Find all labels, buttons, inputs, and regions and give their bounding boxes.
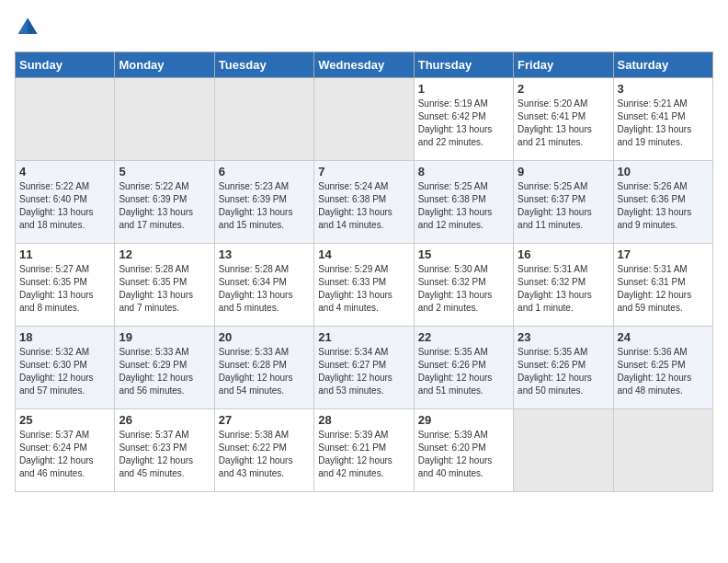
day-cell: 13Sunrise: 5:28 AMSunset: 6:34 PMDayligh… [214,244,313,327]
day-info: Sunrise: 5:38 AMSunset: 6:22 PMDaylight:… [219,429,310,480]
day-number: 26 [119,413,210,427]
day-cell: 10Sunrise: 5:26 AMSunset: 6:36 PMDayligh… [613,161,712,244]
day-number: 21 [318,330,409,344]
week-row-4: 25Sunrise: 5:37 AMSunset: 6:24 PMDayligh… [16,409,713,492]
week-row-3: 18Sunrise: 5:32 AMSunset: 6:30 PMDayligh… [16,327,713,409]
day-info: Sunrise: 5:28 AMSunset: 6:35 PMDaylight:… [119,263,210,315]
day-info: Sunrise: 5:25 AMSunset: 6:37 PMDaylight:… [518,180,609,232]
day-number: 25 [19,413,110,427]
day-cell: 24Sunrise: 5:36 AMSunset: 6:25 PMDayligh… [613,327,712,409]
day-number: 16 [518,247,609,261]
logo [15,15,44,40]
header-row: SundayMondayTuesdayWednesdayThursdayFrid… [16,52,713,78]
day-number: 4 [19,165,110,178]
day-info: Sunrise: 5:19 AMSunset: 6:42 PMDaylight:… [418,98,509,149]
day-info: Sunrise: 5:21 AMSunset: 6:41 PMDaylight:… [618,98,709,149]
day-info: Sunrise: 5:33 AMSunset: 6:29 PMDaylight:… [119,346,210,397]
day-info: Sunrise: 5:29 AMSunset: 6:33 PMDaylight:… [318,263,409,315]
day-number: 22 [418,330,509,344]
day-cell: 26Sunrise: 5:37 AMSunset: 6:23 PMDayligh… [115,409,214,492]
day-number: 20 [219,330,310,344]
day-cell: 15Sunrise: 5:30 AMSunset: 6:32 PMDayligh… [414,244,513,327]
day-cell: 25Sunrise: 5:37 AMSunset: 6:24 PMDayligh… [16,409,115,492]
day-cell: 19Sunrise: 5:33 AMSunset: 6:29 PMDayligh… [115,327,214,409]
day-info: Sunrise: 5:39 AMSunset: 6:21 PMDaylight:… [318,429,409,480]
day-info: Sunrise: 5:33 AMSunset: 6:28 PMDaylight:… [219,346,310,397]
day-info: Sunrise: 5:27 AMSunset: 6:35 PMDaylight:… [19,263,110,315]
day-cell: 8Sunrise: 5:25 AMSunset: 6:38 PMDaylight… [414,161,513,244]
day-info: Sunrise: 5:34 AMSunset: 6:27 PMDaylight:… [318,346,409,397]
day-cell: 22Sunrise: 5:35 AMSunset: 6:26 PMDayligh… [414,327,513,409]
day-info: Sunrise: 5:23 AMSunset: 6:39 PMDaylight:… [219,180,310,232]
day-cell: 14Sunrise: 5:29 AMSunset: 6:33 PMDayligh… [314,244,414,327]
day-number: 18 [19,330,110,344]
day-cell: 18Sunrise: 5:32 AMSunset: 6:30 PMDayligh… [16,327,115,409]
day-info: Sunrise: 5:37 AMSunset: 6:23 PMDaylight:… [119,429,210,480]
day-cell: 7Sunrise: 5:24 AMSunset: 6:38 PMDaylight… [314,161,414,244]
day-cell: 17Sunrise: 5:31 AMSunset: 6:31 PMDayligh… [613,244,712,327]
day-info: Sunrise: 5:26 AMSunset: 6:36 PMDaylight:… [618,180,709,232]
day-info: Sunrise: 5:22 AMSunset: 6:40 PMDaylight:… [19,180,110,232]
day-info: Sunrise: 5:35 AMSunset: 6:26 PMDaylight:… [518,346,609,397]
day-cell [314,78,414,161]
day-cell [613,409,712,492]
logo-icon [15,15,40,40]
day-cell: 5Sunrise: 5:22 AMSunset: 6:39 PMDaylight… [115,161,214,244]
day-cell [214,78,313,161]
calendar-table: SundayMondayTuesdayWednesdayThursdayFrid… [15,52,713,492]
day-number: 1 [418,82,509,96]
header-cell-saturday: Saturday [613,52,712,78]
day-cell: 1Sunrise: 5:19 AMSunset: 6:42 PMDaylight… [414,78,513,161]
day-cell [115,78,214,161]
day-number: 8 [418,165,509,178]
day-cell: 11Sunrise: 5:27 AMSunset: 6:35 PMDayligh… [16,244,115,327]
day-info: Sunrise: 5:35 AMSunset: 6:26 PMDaylight:… [418,346,509,397]
day-number: 23 [518,330,609,344]
day-cell: 9Sunrise: 5:25 AMSunset: 6:37 PMDaylight… [514,161,613,244]
header-cell-wednesday: Wednesday [314,52,414,78]
day-info: Sunrise: 5:39 AMSunset: 6:20 PMDaylight:… [418,429,509,480]
day-info: Sunrise: 5:31 AMSunset: 6:31 PMDaylight:… [618,263,709,315]
day-cell: 28Sunrise: 5:39 AMSunset: 6:21 PMDayligh… [314,409,414,492]
day-cell [514,409,613,492]
day-info: Sunrise: 5:28 AMSunset: 6:34 PMDaylight:… [219,263,310,315]
day-info: Sunrise: 5:22 AMSunset: 6:39 PMDaylight:… [119,180,210,232]
header-cell-sunday: Sunday [16,52,115,78]
day-info: Sunrise: 5:37 AMSunset: 6:24 PMDaylight:… [19,429,110,480]
day-cell: 6Sunrise: 5:23 AMSunset: 6:39 PMDaylight… [214,161,313,244]
day-number: 17 [618,247,709,261]
header-cell-thursday: Thursday [414,52,513,78]
header-cell-friday: Friday [514,52,613,78]
week-row-1: 4Sunrise: 5:22 AMSunset: 6:40 PMDaylight… [16,161,713,244]
day-number: 5 [119,165,210,178]
day-cell: 16Sunrise: 5:31 AMSunset: 6:32 PMDayligh… [514,244,613,327]
day-number: 9 [518,165,609,178]
day-cell: 4Sunrise: 5:22 AMSunset: 6:40 PMDaylight… [16,161,115,244]
day-cell: 29Sunrise: 5:39 AMSunset: 6:20 PMDayligh… [414,409,513,492]
day-number: 3 [618,82,709,96]
day-number: 15 [418,247,509,261]
week-row-2: 11Sunrise: 5:27 AMSunset: 6:35 PMDayligh… [16,244,713,327]
day-cell: 2Sunrise: 5:20 AMSunset: 6:41 PMDaylight… [514,78,613,161]
day-number: 29 [418,413,509,427]
day-info: Sunrise: 5:25 AMSunset: 6:38 PMDaylight:… [418,180,509,232]
day-cell: 27Sunrise: 5:38 AMSunset: 6:22 PMDayligh… [214,409,313,492]
day-info: Sunrise: 5:31 AMSunset: 6:32 PMDaylight:… [518,263,609,315]
day-number: 19 [119,330,210,344]
day-number: 12 [119,247,210,261]
day-number: 24 [618,330,709,344]
header [15,15,713,40]
day-number: 10 [618,165,709,178]
day-cell: 20Sunrise: 5:33 AMSunset: 6:28 PMDayligh… [214,327,313,409]
week-row-0: 1Sunrise: 5:19 AMSunset: 6:42 PMDaylight… [16,78,713,161]
day-info: Sunrise: 5:24 AMSunset: 6:38 PMDaylight:… [318,180,409,232]
day-number: 27 [219,413,310,427]
day-info: Sunrise: 5:20 AMSunset: 6:41 PMDaylight:… [518,98,609,149]
day-number: 14 [318,247,409,261]
day-number: 28 [318,413,409,427]
day-cell: 3Sunrise: 5:21 AMSunset: 6:41 PMDaylight… [613,78,712,161]
day-number: 11 [19,247,110,261]
day-number: 2 [518,82,609,96]
day-info: Sunrise: 5:30 AMSunset: 6:32 PMDaylight:… [418,263,509,315]
header-cell-monday: Monday [115,52,214,78]
